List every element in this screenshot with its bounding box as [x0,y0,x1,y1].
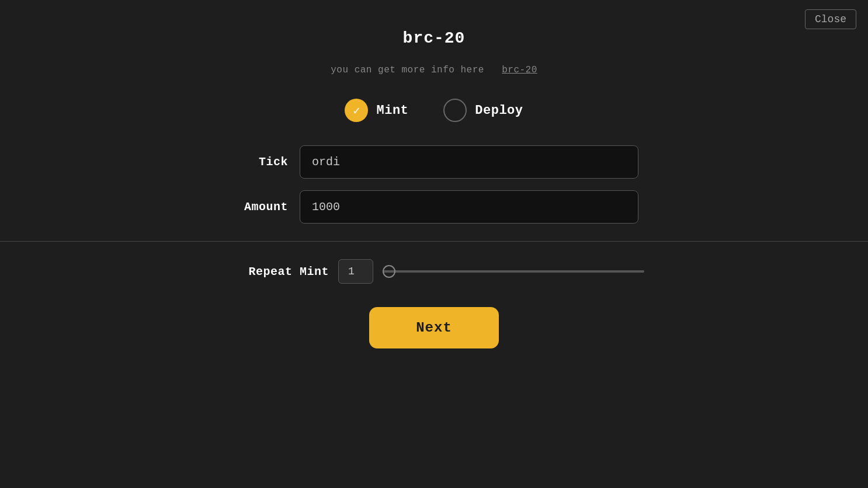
radio-label-mint: Mint [376,103,408,118]
next-button[interactable]: Next [369,307,499,348]
page-title: brc-20 [403,29,466,47]
radio-circle-mint: ✓ [345,99,368,122]
page-container: Close brc-20 you can get more info here … [0,0,868,488]
repeat-number-input[interactable] [338,259,373,284]
radio-label-deploy: Deploy [475,103,523,118]
repeat-row: Repeat Mint [235,259,644,284]
radio-option-mint[interactable]: ✓ Mint [345,99,408,122]
info-static-text: you can get more info here [331,65,484,75]
tick-label: Tick [230,155,288,169]
checkmark-icon: ✓ [353,103,360,118]
amount-label: Amount [230,200,288,214]
repeat-section: Repeat Mint [230,259,638,284]
amount-row: Amount [230,190,638,224]
radio-option-deploy[interactable]: Deploy [443,99,523,122]
info-link[interactable]: brc-20 [502,65,537,75]
tick-input[interactable] [300,145,638,179]
repeat-label: Repeat Mint [235,265,329,278]
repeat-slider[interactable] [383,270,644,273]
radio-circle-deploy [443,99,467,122]
slider-container [383,270,644,273]
radio-group: ✓ Mint Deploy [345,99,523,122]
tick-row: Tick [230,145,638,179]
divider [0,241,868,242]
form-section: Tick Amount [230,145,638,224]
close-button[interactable]: Close [805,9,856,29]
amount-input[interactable] [300,190,638,224]
info-text: you can get more info here brc-20 [331,65,537,75]
